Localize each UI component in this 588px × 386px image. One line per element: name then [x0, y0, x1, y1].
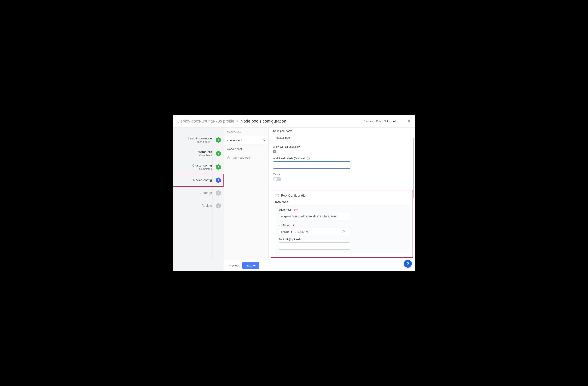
body: Basic information docs-tutorial- 1 Param… — [173, 128, 415, 271]
nic-name-label-row: Nic Name — [279, 224, 405, 227]
estimated-rate-value: N/A — [384, 120, 388, 123]
step-title: Nodes config — [173, 178, 212, 182]
svg-point-10 — [275, 196, 276, 196]
step-basic-information[interactable]: Basic information docs-tutorial- 1 — [173, 133, 224, 147]
api-link[interactable]: API — [393, 120, 397, 123]
next-label: Next — [246, 264, 252, 267]
step-title: Cluster config — [173, 164, 212, 168]
form-area: Node pool name Allow worker capability A… — [269, 128, 415, 271]
add-node-pool-label: Add Node Pool — [232, 156, 251, 159]
taints-toggle[interactable] — [273, 177, 281, 181]
step-title: Review — [173, 204, 212, 208]
info-icon[interactable]: i — [342, 230, 345, 233]
info-icon[interactable]: i — [307, 157, 310, 160]
arrow-marker-icon — [293, 209, 298, 211]
pool-config-title: Pool Configuration — [281, 194, 307, 197]
scrollbar[interactable] — [413, 138, 414, 198]
step-title: Basic information — [173, 137, 212, 140]
arrow-right-icon — [253, 264, 256, 267]
chevron-down-icon: ⌄ — [346, 231, 348, 233]
pool-configuration-block: Pool Configuration Edge Hosts Edge Host … — [271, 190, 413, 258]
step-text: Review — [173, 204, 213, 208]
field-taints: Taints — [273, 173, 411, 181]
step-badge: 2 — [216, 150, 221, 156]
edge-host-select[interactable]: edge-817a3842ed2338edd62783dbe91781cb ⌄ — [279, 213, 350, 220]
help-button[interactable]: ? — [404, 260, 412, 268]
nic-name-value: ens192 (10.10.130.74) — [281, 230, 309, 234]
close-icon — [407, 120, 411, 123]
check-icon — [274, 150, 275, 152]
field-pool-name: Node pool name — [273, 129, 411, 141]
arrow-marker-icon — [292, 224, 297, 226]
edge-hosts-label: Edge Hosts — [275, 200, 409, 203]
labels-label: Additional Labels (Optional) i — [273, 157, 411, 160]
edge-host-value: edge-817a3842ed2338edd62783dbe91781cb — [281, 215, 338, 218]
step-text: Settings — [173, 191, 213, 195]
edge-host-label-row: Edge Host — [279, 208, 405, 211]
labels-input[interactable] — [273, 161, 350, 169]
chevron-right-icon — [263, 139, 265, 142]
allow-worker-label: Allow worker capability — [273, 145, 411, 148]
step-text: Cluster config Completed — [173, 164, 213, 171]
step-sub: Completed — [173, 154, 212, 157]
nodepool-item-worker-pool[interactable]: worker-pool — [224, 145, 269, 153]
app-window: Deploy docs-ubuntu-k3s profile > Node po… — [173, 115, 415, 271]
nic-name-select[interactable]: ens192 (10.10.130.74) i ⌄ — [279, 228, 350, 235]
step-badge: 3 — [216, 164, 221, 170]
step-badge: 6 — [216, 203, 221, 209]
edge-host-label: Edge Host — [279, 208, 291, 211]
close-button[interactable] — [407, 120, 411, 123]
breadcrumb-current: Node pools configuration — [240, 119, 286, 124]
next-button[interactable]: Next — [242, 262, 259, 269]
step-title: Parameters — [173, 150, 212, 154]
step-review[interactable]: Review 6 — [173, 199, 224, 212]
step-parameters[interactable]: Parameters Completed 2 — [173, 147, 224, 160]
taints-label: Taints — [273, 173, 411, 176]
breadcrumb-prefix: Deploy docs-ubuntu-k3s profile — [177, 119, 234, 124]
plus-circle-icon — [227, 156, 230, 159]
nic-name-label: Nic Name — [279, 224, 290, 227]
breadcrumb-sep: > — [236, 119, 239, 124]
previous-button[interactable]: Previous — [229, 264, 240, 267]
host-card: Edge Host edge-817a3842ed2338edd62783dbe… — [275, 205, 409, 253]
chevron-down-icon: ⌄ — [346, 215, 348, 217]
step-text: Basic information docs-tutorial- — [173, 137, 213, 143]
step-badge: 4 — [216, 177, 221, 183]
server-icon — [275, 194, 279, 197]
step-sub: docs-tutorial- — [173, 140, 212, 143]
breadcrumb: Deploy docs-ubuntu-k3s profile > Node po… — [177, 119, 286, 124]
step-text: Nodes config — [173, 178, 213, 182]
estimated-rate-label: Estimated Rate: — [364, 120, 382, 123]
static-ip-label: Static IP (Optional) — [279, 238, 405, 241]
header-right: Estimated Rate: N/A API — [364, 119, 411, 124]
field-allow-worker: Allow worker capability — [273, 145, 411, 153]
nodepool-label: master-pool — [227, 139, 242, 142]
svg-point-9 — [275, 195, 276, 195]
nodepool-label: worker-pool — [227, 147, 242, 150]
add-node-pool-button[interactable]: Add Node Pool — [224, 153, 269, 162]
step-nodes-config[interactable]: Nodes config 4 — [173, 174, 224, 187]
step-sub: Completed — [173, 168, 212, 171]
pool-name-input[interactable] — [273, 134, 350, 141]
step-badge: 5 — [216, 190, 221, 196]
pool-name-label: Node pool name — [273, 129, 411, 132]
page-header: Deploy docs-ubuntu-k3s profile > Node po… — [173, 115, 415, 128]
nodepool-column: NODEPOOLS master-poolworker-pool Add Nod… — [224, 128, 269, 271]
labels-label-text: Additional Labels (Optional) — [273, 157, 305, 160]
step-badge: 1 — [216, 137, 221, 143]
step-cluster-config[interactable]: Cluster config Completed 3 — [173, 160, 224, 174]
static-ip-input[interactable] — [279, 242, 350, 250]
step-text: Parameters Completed — [173, 150, 213, 157]
pool-config-header: Pool Configuration — [275, 194, 409, 197]
step-settings[interactable]: Settings 5 — [173, 187, 224, 199]
nodepool-item-master-pool[interactable]: master-pool — [224, 136, 269, 145]
nodepool-header: NODEPOOLS — [224, 128, 269, 136]
header-divider — [402, 119, 402, 124]
estimated-rate: Estimated Rate: N/A — [364, 120, 388, 123]
step-title: Settings — [173, 191, 212, 195]
stepper: Basic information docs-tutorial- 1 Param… — [173, 128, 224, 271]
footer: Previous Next — [224, 260, 415, 271]
field-additional-labels: Additional Labels (Optional) i — [273, 157, 411, 169]
allow-worker-checkbox[interactable] — [273, 150, 276, 153]
